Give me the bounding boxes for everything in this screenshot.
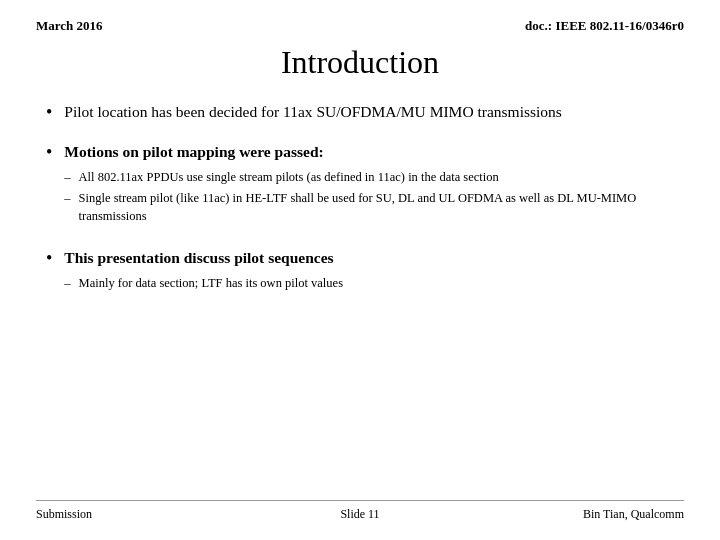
header-date: March 2016 bbox=[36, 18, 103, 34]
bullet-text-3-bold: This presentation discuss pilot sequence… bbox=[64, 249, 333, 266]
slide: March 2016 doc.: IEEE 802.11-16/0346r0 I… bbox=[0, 0, 720, 540]
bullet-text-1: Pilot location has been decided for 11ax… bbox=[64, 101, 562, 123]
footer-slide-number: Slide 11 bbox=[252, 507, 468, 522]
sub-bullets-2: – All 802.11ax PPDUs use single stream p… bbox=[64, 169, 674, 226]
slide-content: • Pilot location has been decided for 11… bbox=[36, 101, 684, 500]
bullet-dot-1: • bbox=[46, 102, 52, 123]
sub-bullet-3-1: – Mainly for data section; LTF has its o… bbox=[64, 275, 343, 293]
bullet-item-2: • Motions on pilot mapping were passed: … bbox=[46, 141, 674, 229]
sub-bullets-3: – Mainly for data section; LTF has its o… bbox=[64, 275, 343, 293]
header: March 2016 doc.: IEEE 802.11-16/0346r0 bbox=[36, 18, 684, 34]
bullet-item-1: • Pilot location has been decided for 11… bbox=[46, 101, 674, 123]
footer-author: Bin Tian, Qualcomm bbox=[468, 507, 684, 522]
bullet-text-2: Motions on pilot mapping were passed: – … bbox=[64, 141, 674, 229]
bullet-dot-3: • bbox=[46, 248, 52, 269]
header-doc: doc.: IEEE 802.11-16/0346r0 bbox=[525, 18, 684, 34]
sub-dash-2-1: – bbox=[64, 169, 70, 187]
bullet-text-3: This presentation discuss pilot sequence… bbox=[64, 247, 343, 296]
bullet-text-2-bold: Motions on pilot mapping were passed: bbox=[64, 143, 323, 160]
footer: Submission Slide 11 Bin Tian, Qualcomm bbox=[36, 500, 684, 522]
footer-submission: Submission bbox=[36, 507, 252, 522]
sub-bullet-2-2: – Single stream pilot (like 11ac) in HE-… bbox=[64, 190, 674, 225]
bullet-item-3: • This presentation discuss pilot sequen… bbox=[46, 247, 674, 296]
bullet-dot-2: • bbox=[46, 142, 52, 163]
sub-bullet-2-1: – All 802.11ax PPDUs use single stream p… bbox=[64, 169, 674, 187]
sub-dash-3-1: – bbox=[64, 275, 70, 293]
slide-title: Introduction bbox=[36, 44, 684, 81]
sub-dash-2-2: – bbox=[64, 190, 70, 208]
